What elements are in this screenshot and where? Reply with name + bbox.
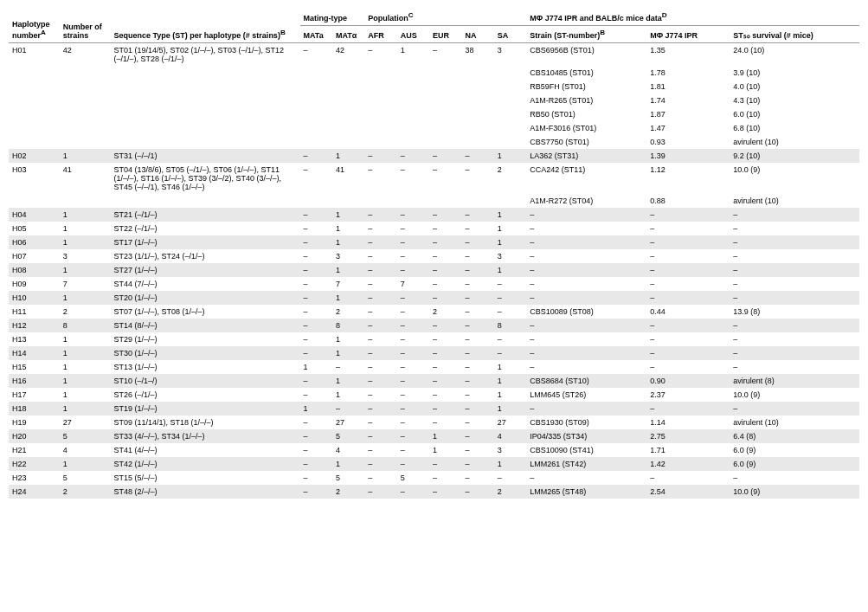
cell-H: H06 — [9, 235, 60, 249]
cell-AUS: – — [397, 485, 429, 499]
cell-EUR: – — [429, 374, 461, 388]
cell-strain: LA362 (ST31) — [526, 149, 646, 163]
cell-H: H24 — [9, 485, 60, 499]
table-row: H061ST17 (1/–/–)–1––––1––– — [9, 235, 859, 249]
cell-EUR: – — [429, 319, 461, 332]
th-mata: MATa — [300, 26, 332, 43]
cell-MATa — [300, 93, 332, 107]
table-row: H021ST31 (–/–/1)–1––––1LA362 (ST31)1.399… — [9, 149, 859, 163]
cell-ST50: – — [730, 235, 859, 249]
cell-SA: 2 — [494, 485, 526, 499]
cell-N — [60, 194, 111, 208]
cell-H: H21 — [9, 443, 60, 457]
cell-ST: ST04 (13/8/6), ST05 (–/1/–), ST06 (1/–/–… — [111, 163, 300, 194]
cell-IPR: – — [646, 319, 730, 332]
cell-N: 1 — [60, 208, 111, 222]
cell-EUR: – — [429, 43, 461, 67]
cell-EUR — [429, 66, 461, 80]
cell-EUR: – — [429, 208, 461, 222]
cell-SA — [494, 66, 526, 80]
cell-ST: ST41 (4/–/–) — [111, 443, 300, 457]
cell-ST: ST09 (11/14/1), ST18 (1/–/–) — [111, 416, 300, 429]
cell-MATalpha — [332, 66, 364, 80]
cell-ST: ST13 (1/–/–) — [111, 360, 300, 374]
cell-IPR: – — [646, 277, 730, 291]
cell-NA: – — [461, 332, 493, 346]
cell-MATa — [300, 80, 332, 93]
cell-strain: – — [526, 319, 646, 332]
cell-MATa: – — [300, 346, 332, 360]
table-row: RB59FH (ST01)1.814.0 (10) — [9, 80, 859, 93]
cell-H: H15 — [9, 360, 60, 374]
cell-MATalpha — [332, 121, 364, 135]
cell-NA: – — [461, 163, 493, 194]
cell-ST: ST01 (19/14/5), ST02 (1/–/–), ST03 (–/1/… — [111, 43, 300, 67]
cell-AUS — [397, 80, 429, 93]
cell-ST50: 9.2 (10) — [730, 149, 859, 163]
table-row: H051ST22 (–/1/–)–1––––1––– — [9, 222, 859, 235]
table-row: H151ST13 (1/–/–)1–––––1––– — [9, 360, 859, 374]
cell-ST50: – — [730, 360, 859, 374]
cell-EUR: – — [429, 360, 461, 374]
cell-SA: 4 — [494, 429, 526, 443]
cell-AUS — [397, 66, 429, 80]
cell-ST50: 6.0 (10) — [730, 107, 859, 121]
cell-H: H04 — [9, 208, 60, 222]
cell-ST50: 6.0 (9) — [730, 443, 859, 457]
cell-ST — [111, 107, 300, 121]
cell-AUS: 7 — [397, 277, 429, 291]
cell-SA — [494, 121, 526, 135]
cell-AUS: – — [397, 149, 429, 163]
table-row: A1M-R272 (ST04)0.88avirulent (10) — [9, 194, 859, 208]
cell-EUR: – — [429, 291, 461, 305]
cell-IPR: 2.75 — [646, 429, 730, 443]
cell-AUS — [397, 135, 429, 149]
cell-SA: – — [494, 277, 526, 291]
cell-strain: A1M-R272 (ST04) — [526, 194, 646, 208]
cell-H: H01 — [9, 43, 60, 67]
cell-ST — [111, 194, 300, 208]
cell-SA: 3 — [494, 443, 526, 457]
cell-ST: ST26 (–/1/–) — [111, 388, 300, 402]
cell-strain: RB50 (ST01) — [526, 107, 646, 121]
cell-NA: – — [461, 429, 493, 443]
cell-AUS: – — [397, 332, 429, 346]
cell-AFR: – — [364, 388, 396, 402]
cell-N: 1 — [60, 222, 111, 235]
cell-AUS: – — [397, 346, 429, 360]
cell-MATa: – — [300, 235, 332, 249]
cell-H — [9, 66, 60, 80]
cell-NA: – — [461, 416, 493, 429]
table-row: H221ST42 (1/–/–)–1––––1LMM261 (ST42)1.42… — [9, 457, 859, 471]
table-row: H112ST07 (1/–/–), ST08 (1/–/–)–2––2––CBS… — [9, 305, 859, 319]
table-row: A1M-R265 (ST01)1.744.3 (10) — [9, 93, 859, 107]
cell-AFR: – — [364, 263, 396, 277]
cell-N — [60, 66, 111, 80]
cell-EUR: – — [429, 457, 461, 471]
cell-strain: – — [526, 471, 646, 485]
table-row: H131ST29 (1/–/–)–1–––––––– — [9, 332, 859, 346]
cell-IPR: – — [646, 346, 730, 360]
cell-MATa: 1 — [300, 360, 332, 374]
cell-N: 1 — [60, 374, 111, 388]
cell-MATa: – — [300, 208, 332, 222]
th-st50: ST₅₀ survival (# mice) — [730, 26, 859, 43]
cell-ST: ST23 (1/1/–), ST24 (–/1/–) — [111, 249, 300, 263]
cell-SA: – — [494, 471, 526, 485]
cell-H: H23 — [9, 471, 60, 485]
cell-SA: 1 — [494, 402, 526, 416]
cell-AFR: – — [364, 416, 396, 429]
cell-ST50: – — [730, 263, 859, 277]
cell-ST: ST42 (1/–/–) — [111, 457, 300, 471]
cell-IPR: – — [646, 471, 730, 485]
cell-ST — [111, 135, 300, 149]
cell-IPR: – — [646, 222, 730, 235]
cell-N: 2 — [60, 305, 111, 319]
cell-ST50: – — [730, 319, 859, 332]
cell-NA: – — [461, 485, 493, 499]
cell-SA: – — [494, 305, 526, 319]
cell-N: 8 — [60, 319, 111, 332]
cell-strain: – — [526, 332, 646, 346]
cell-MATa: – — [300, 163, 332, 194]
cell-strain: A1M-R265 (ST01) — [526, 93, 646, 107]
